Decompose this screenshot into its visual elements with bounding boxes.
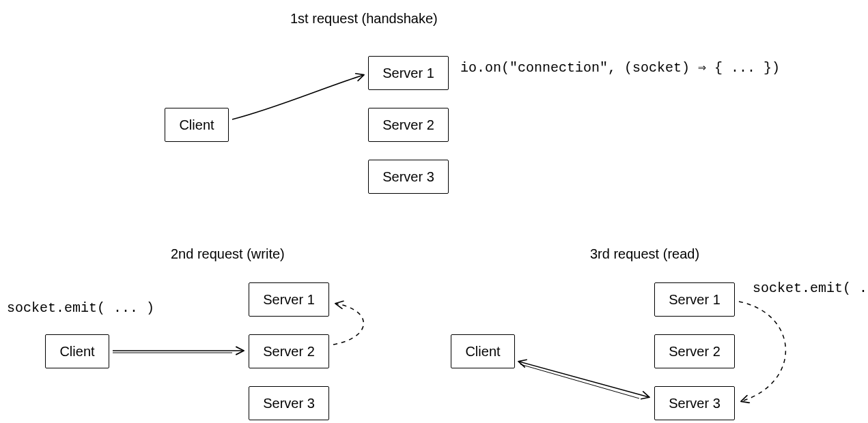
- scene3-server2-box: Server 2: [654, 334, 735, 368]
- scene2-server2-label: Server 2: [263, 344, 315, 360]
- scene3-server1-box: Server 1: [654, 282, 735, 317]
- scene1-server3-label: Server 3: [382, 169, 434, 185]
- scene2-dashed-server2-to-server1: [333, 304, 363, 345]
- scene2-server3-box: Server 3: [249, 386, 329, 420]
- scene1-server1-box: Server 1: [368, 56, 449, 90]
- scene3-arrow-client-server3: [519, 362, 649, 397]
- scene3-title: 3rd request (read): [590, 246, 699, 262]
- scene3-code: socket.emit( ... ): [753, 280, 868, 296]
- scene1-server2-label: Server 2: [382, 117, 434, 133]
- scene2-code: socket.emit( ... ): [7, 300, 154, 316]
- scene2-server3-label: Server 3: [263, 396, 315, 411]
- scene2-server2-box: Server 2: [249, 334, 329, 368]
- scene1-client-label: Client: [179, 117, 214, 133]
- scene1-title: 1st request (handshake): [290, 11, 438, 27]
- scene3-server2-label: Server 2: [669, 344, 720, 360]
- scene2-client-box: Client: [45, 334, 109, 368]
- scene1-server2-box: Server 2: [368, 108, 449, 142]
- scene2-server1-label: Server 1: [263, 292, 315, 308]
- scene1-client-box: Client: [165, 108, 229, 142]
- scene3-dashed-server1-to-server3: [739, 302, 785, 401]
- scene3-server1-label: Server 1: [669, 292, 720, 308]
- scene1-arrow-client-to-server1: [232, 75, 363, 119]
- scene1-code: io.on("connection", (socket) ⇒ { ... }): [460, 59, 780, 76]
- scene2-server1-box: Server 1: [249, 282, 329, 317]
- scene1-server1-label: Server 1: [382, 65, 434, 81]
- scene3-client-label: Client: [465, 344, 500, 360]
- scene1-server3-box: Server 3: [368, 160, 449, 194]
- scene2-client-label: Client: [59, 344, 94, 360]
- scene3-server3-box: Server 3: [654, 386, 735, 420]
- scene2-title: 2nd request (write): [171, 246, 285, 262]
- scene3-client-box: Client: [451, 334, 515, 368]
- scene3-server3-label: Server 3: [669, 396, 720, 411]
- scene3-arrow-client-server3-b: [520, 364, 639, 398]
